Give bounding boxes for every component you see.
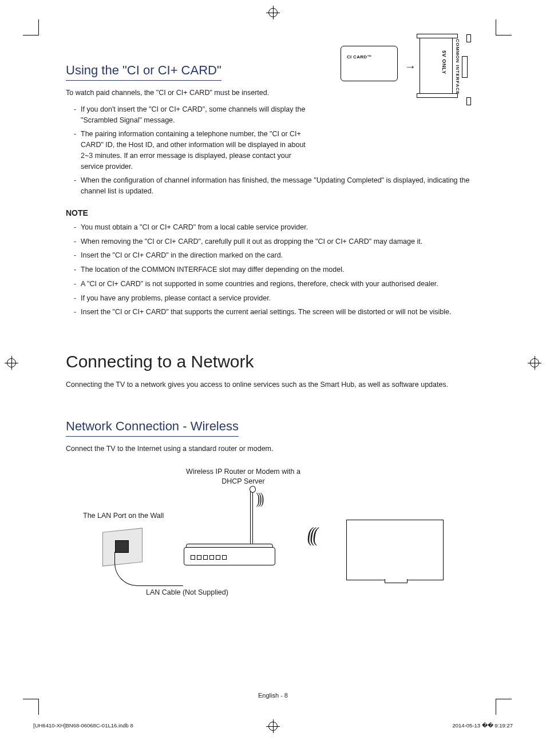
list-item: When the configuration of channel inform… [74, 175, 484, 197]
wifi-signal-in-icon: ((( [307, 529, 315, 541]
wifi-signal-out-icon: ))) [256, 493, 262, 504]
ci-card-label: CI CARD™ [347, 54, 372, 60]
footer-timestamp: 2014-05-13 �� 9:19:27 [452, 722, 513, 729]
arrow-right-icon: → [405, 61, 416, 72]
ci-card-icon: CI CARD™ [341, 46, 398, 81]
registration-mark-icon [268, 8, 278, 17]
wall-port-caption: The LAN Port on the Wall [83, 512, 164, 520]
heading-connecting-network: Connecting to a Network [66, 352, 484, 371]
ci-slot-icon [420, 35, 453, 96]
slot-notch-icon [466, 34, 471, 42]
list-item: If you have any problems, please contact… [74, 293, 484, 304]
section-title-wireless: Network Connection - Wireless [66, 419, 239, 437]
registration-mark-icon [7, 358, 16, 367]
list-item: Insert the "CI or CI+ CARD" in the direc… [74, 250, 484, 261]
slot-notch-icon [466, 97, 471, 105]
section-intro: Connecting the TV to a network gives you… [66, 379, 484, 390]
list-item: If you don't insert the "CI or CI+ CARD"… [74, 104, 314, 126]
lan-cable-caption: LAN Cable (Not Supplied) [146, 588, 228, 596]
section-intro: Connect the TV to the Internet using a s… [66, 444, 484, 454]
router-icon [184, 530, 281, 570]
list-item: When removing the "CI or CI+ CARD", care… [74, 236, 484, 247]
list-item: Insert the "CI or CI+ CARD" that support… [74, 307, 484, 318]
slot-connector-icon [462, 56, 468, 78]
list-item: A "CI or CI+ CARD" is not supported in s… [74, 279, 484, 290]
registration-mark-icon [268, 722, 278, 731]
crop-mark [23, 19, 39, 35]
crop-mark [496, 699, 512, 715]
crop-mark [23, 699, 39, 715]
slot-label: COMMON INTERFACE [455, 39, 460, 95]
ci-card-illustration: CI CARD™ → 5V ONLY COMMON INTERFACE [341, 34, 484, 103]
footer-filename: [UH6410-XH]BN68-06068C-01L16.indb 8 [33, 722, 133, 729]
list-item: You must obtain a "CI or CI+ CARD" from … [74, 222, 484, 233]
lan-cable-icon [114, 552, 183, 586]
note-header: NOTE [66, 208, 484, 217]
crop-mark [496, 19, 512, 35]
note-bullets: You must obtain a "CI or CI+ CARD" from … [66, 222, 484, 318]
router-caption: Wireless IP Router or Modem with a DHCP … [186, 467, 300, 487]
section-title-ci-card: Using the "CI or CI+ CARD" [66, 63, 221, 81]
ci-card-bullets: If you don't insert the "CI or CI+ CARD"… [66, 104, 484, 197]
antenna-icon [250, 490, 253, 545]
wireless-diagram: Wireless IP Router or Modem with a DHCP … [66, 467, 478, 599]
page-content: Using the "CI or CI+ CARD" To watch paid… [66, 34, 484, 599]
page-number: English - 8 [0, 692, 546, 699]
registration-mark-icon [530, 358, 539, 367]
list-item: The location of the COMMON INTERFACE slo… [74, 264, 484, 275]
list-item: The pairing information containing a tel… [74, 129, 314, 172]
voltage-label: 5V ONLY [441, 50, 447, 74]
tv-icon [346, 520, 444, 580]
